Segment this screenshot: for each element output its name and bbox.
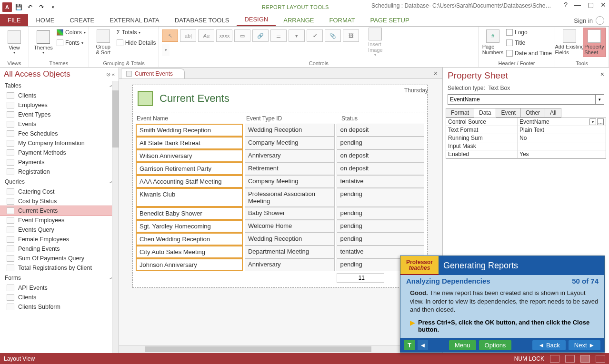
report-count[interactable]: 11 <box>337 273 384 283</box>
cell-event-type[interactable]: Baby Shower <box>245 207 335 220</box>
insert-image-button[interactable]: Insert Image▾ <box>364 28 387 57</box>
hide-details-button[interactable]: Hide Details <box>117 38 156 48</box>
logo-button[interactable]: Logo <box>506 28 552 37</box>
minimize-icon[interactable]: — <box>574 1 581 9</box>
cell-event-type[interactable]: Anniversary <box>245 149 335 162</box>
report-title[interactable]: Current Events <box>160 92 230 105</box>
control-combo[interactable]: ▾ <box>289 30 305 42</box>
tab-file[interactable]: FILE <box>0 14 28 26</box>
qat-customize-icon[interactable]: ▾ <box>48 2 58 12</box>
cell-event-type[interactable]: Welcome Home <box>245 220 335 233</box>
cell-event-name[interactable]: Chen Wedding Reception <box>136 233 243 246</box>
tab-home[interactable]: HOME <box>28 14 62 26</box>
cell-event-name[interactable]: All State Bank Retreat <box>136 137 243 149</box>
cell-event-name[interactable]: Garrison Retirement Party <box>136 162 243 175</box>
report-canvas[interactable]: Current Events Thursday Event Name Event… <box>119 79 442 345</box>
control-hyperlink[interactable]: 🔗 <box>252 30 269 42</box>
title-button[interactable]: Title <box>506 38 552 48</box>
controls-more[interactable]: ▾ <box>162 44 170 56</box>
property-tab-format[interactable]: Format <box>446 108 474 118</box>
tab-design[interactable]: DESIGN <box>237 13 276 26</box>
nav-item[interactable]: Payments <box>0 157 119 167</box>
tutorial-back-button[interactable]: ◄ Back <box>532 340 565 350</box>
document-tab-close[interactable]: × <box>434 69 438 79</box>
view-button[interactable]: View▾ <box>3 28 26 57</box>
property-sheet-close[interactable]: × <box>600 70 604 81</box>
tab-create[interactable]: CREATE <box>62 14 102 26</box>
tab-arrange[interactable]: ARRANGE <box>276 14 321 26</box>
control-label[interactable]: Aa <box>198 30 214 42</box>
chevron-down-icon[interactable]: ▾ <box>589 118 596 125</box>
cell-status[interactable]: on deposit <box>337 124 424 137</box>
nav-item[interactable]: Clients <box>0 91 119 100</box>
property-row[interactable]: Control SourceEventName▾… <box>446 118 606 126</box>
cell-event-name[interactable]: Johnson Anniversary <box>136 258 243 271</box>
view-design-icon[interactable] <box>596 355 605 363</box>
cell-event-type[interactable]: Departmental Meeting <box>245 246 335 258</box>
property-object-selector[interactable]: ▾ <box>448 94 604 105</box>
cell-status[interactable]: on deposit <box>337 149 424 162</box>
cell-status[interactable]: on deposit <box>337 162 424 175</box>
report-date[interactable]: Thursday <box>404 87 428 94</box>
control-textbox[interactable]: ab| <box>180 30 196 42</box>
property-object-input[interactable] <box>448 94 596 105</box>
cell-event-name[interactable]: Wilson Anniversary <box>136 149 243 162</box>
chevron-down-icon[interactable]: ▾ <box>596 94 604 105</box>
add-existing-fields-button[interactable]: Add Existing Fields <box>558 28 581 57</box>
cell-event-name[interactable]: AAA Accounting Staff Meeting <box>136 175 243 188</box>
nav-item[interactable]: Clients Subform <box>0 302 119 312</box>
nav-item[interactable]: Cost by Status <box>0 197 119 206</box>
nav-item[interactable]: Events Query <box>0 225 119 235</box>
cell-event-name[interactable]: City Auto Sales Meeting <box>136 246 243 258</box>
property-row[interactable]: Input Mask <box>446 142 606 150</box>
control-button[interactable]: xxxx <box>216 30 232 42</box>
nav-item[interactable]: Employees <box>0 100 119 110</box>
nav-search-icon[interactable]: ⊙ « <box>106 71 115 78</box>
property-row[interactable]: Running SumNo <box>446 134 606 142</box>
col-status[interactable]: Status <box>341 115 418 122</box>
tutorial-options-button[interactable]: Options <box>479 340 512 350</box>
tutorial-menu-button[interactable]: Menu <box>449 340 476 350</box>
restore-icon[interactable]: ▢ <box>588 1 594 9</box>
cell-event-type[interactable]: Company Meeting <box>245 137 335 149</box>
document-tab-current-events[interactable]: Current Events <box>121 69 185 79</box>
cell-event-name[interactable]: Benedict Baby Shower <box>136 207 243 220</box>
cell-event-name[interactable]: Sgt. Yardley Homecoming <box>136 220 243 233</box>
tutorial-prev-button[interactable]: ◄ <box>418 340 428 350</box>
view-report-icon[interactable] <box>550 355 559 363</box>
nav-item[interactable]: Catering Cost <box>0 187 119 197</box>
property-value[interactable]: Plain Text <box>518 126 606 134</box>
control-attach[interactable]: 📎 <box>325 30 341 42</box>
nav-item[interactable]: Event Types <box>0 110 119 119</box>
control-select[interactable]: ↖ <box>162 30 178 42</box>
report-logo-icon[interactable] <box>138 91 153 106</box>
property-sheet-button[interactable]: Property Sheet <box>583 28 606 57</box>
property-tab-data[interactable]: Data <box>474 108 496 118</box>
nav-item[interactable]: Clients <box>0 293 119 302</box>
cell-status[interactable]: pending <box>337 233 424 246</box>
redo-icon[interactable]: ↷ <box>36 2 47 12</box>
property-tab-other[interactable]: Other <box>520 108 545 118</box>
tab-page-setup[interactable]: PAGE SETUP <box>362 14 417 26</box>
cell-status[interactable]: pending <box>337 137 424 149</box>
date-time-button[interactable]: Date and Time <box>506 49 552 58</box>
colors-button[interactable]: Colors ▾ <box>57 28 86 37</box>
nav-item[interactable]: Current Events <box>0 206 119 216</box>
cell-status[interactable]: pending <box>337 188 424 207</box>
nav-item[interactable]: Pending Events <box>0 244 119 254</box>
nav-item[interactable]: Event Employees <box>0 216 119 225</box>
nav-group-header-queries[interactable]: Queries︽ <box>0 177 119 187</box>
nav-item[interactable]: Sum Of Payments Query <box>0 254 119 263</box>
property-value[interactable] <box>518 142 606 150</box>
undo-icon[interactable]: ↶ <box>25 2 35 12</box>
cell-event-type[interactable]: Retirement <box>245 162 335 175</box>
property-row[interactable]: Text FormatPlain Text <box>446 126 606 134</box>
cell-event-type[interactable]: Anniversary <box>245 258 335 271</box>
control-tab[interactable]: ▭ <box>234 30 250 42</box>
fonts-button[interactable]: Fonts ▾ <box>57 38 86 48</box>
page-numbers-button[interactable]: #Page Numbers <box>481 28 504 57</box>
access-app-icon[interactable]: A <box>2 2 12 12</box>
control-check[interactable]: ✔ <box>307 30 323 42</box>
tab-format[interactable]: FORMAT <box>322 14 363 26</box>
view-print-preview-icon[interactable] <box>565 355 575 363</box>
